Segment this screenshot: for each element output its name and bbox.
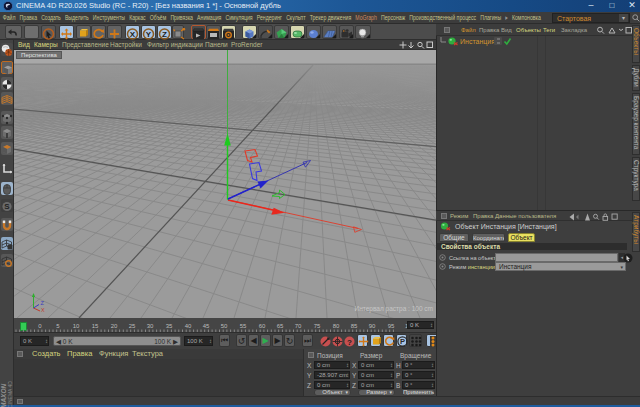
svg-text:95: 95 xyxy=(388,323,395,329)
svg-text:?: ? xyxy=(347,338,352,347)
svg-text:Z: Z xyxy=(162,30,167,39)
svg-text:80: 80 xyxy=(333,323,340,329)
svg-text:0: 0 xyxy=(38,323,42,329)
svg-text:85: 85 xyxy=(351,323,358,329)
svg-text:25: 25 xyxy=(129,323,136,329)
svg-text:P: P xyxy=(400,337,405,346)
svg-text:70: 70 xyxy=(295,323,302,329)
svg-text:X: X xyxy=(41,307,45,313)
svg-text:90: 90 xyxy=(369,323,376,329)
svg-text:X: X xyxy=(130,30,136,39)
svg-text:Y: Y xyxy=(146,30,152,39)
svg-text:Интервал растра : 100 cm: Интервал растра : 100 cm xyxy=(355,305,433,313)
svg-text:S: S xyxy=(4,202,10,211)
svg-text:20: 20 xyxy=(111,323,118,329)
svg-text:55: 55 xyxy=(240,323,247,329)
svg-text:60: 60 xyxy=(259,323,266,329)
svg-text:30: 30 xyxy=(147,323,154,329)
svg-text:10: 10 xyxy=(73,323,80,329)
svg-text:15: 15 xyxy=(92,323,99,329)
svg-text:65: 65 xyxy=(277,323,284,329)
svg-text:75: 75 xyxy=(314,323,321,329)
svg-text:50: 50 xyxy=(221,323,228,329)
svg-text:5: 5 xyxy=(56,323,60,329)
svg-text:45: 45 xyxy=(203,323,210,329)
svg-text:35: 35 xyxy=(166,323,173,329)
svg-text:40: 40 xyxy=(185,323,192,329)
